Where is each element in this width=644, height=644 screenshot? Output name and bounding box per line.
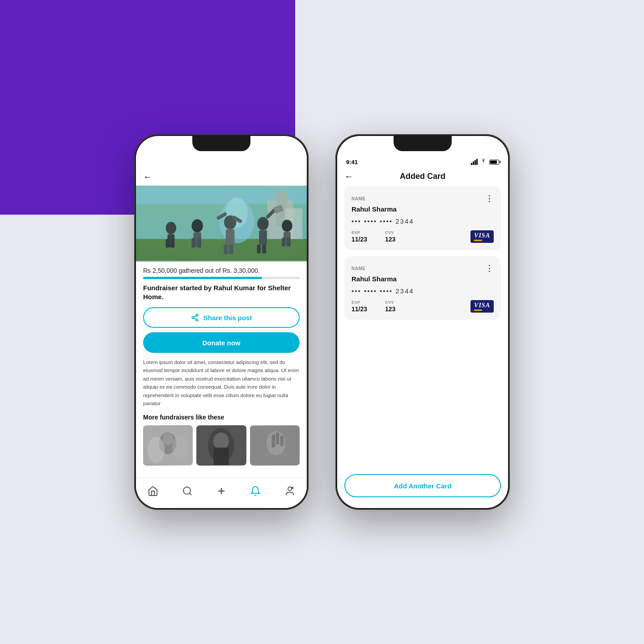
card-2-cvv-label: CVV bbox=[385, 300, 395, 305]
status-icons bbox=[471, 159, 499, 165]
status-bar-1 bbox=[136, 156, 307, 168]
card-item-2: NAME ⋮ Rahul Sharma ••• •••• •••• 2344 E… bbox=[344, 256, 501, 320]
cards-list: NAME ⋮ Rahul Sharma ••• •••• •••• 2344 E… bbox=[337, 186, 508, 320]
card-1-exp-value: 11/23 bbox=[352, 236, 367, 243]
phone-1-screen: ← bbox=[136, 136, 307, 508]
phone2-header: ← Added Card bbox=[337, 168, 508, 186]
svg-point-32 bbox=[196, 314, 198, 317]
bottom-nav bbox=[136, 478, 307, 508]
nav-notifications[interactable] bbox=[250, 486, 261, 496]
nav-home[interactable] bbox=[148, 486, 158, 496]
screen-2-content: 9:41 bbox=[337, 156, 508, 508]
more-fundraisers-title: More fundraisers like these bbox=[143, 414, 300, 421]
wifi-icon bbox=[480, 159, 487, 165]
svg-point-33 bbox=[192, 317, 194, 319]
card-1-number: ••• •••• •••• 2344 bbox=[352, 217, 494, 225]
bell-icon bbox=[250, 486, 261, 496]
phone-2-added-card: 9:41 bbox=[335, 134, 510, 510]
screen-1-content: ← bbox=[136, 156, 307, 508]
card-1-header: NAME ⋮ bbox=[352, 194, 494, 203]
card-2-menu[interactable]: ⋮ bbox=[485, 263, 494, 273]
add-another-card-button[interactable]: Add Another Card bbox=[344, 474, 501, 497]
phone-1-fundraiser: ← bbox=[134, 134, 309, 510]
phone1-header: ← bbox=[136, 168, 307, 186]
share-button[interactable]: Share this post bbox=[143, 307, 300, 328]
card-2-cvv-value: 123 bbox=[385, 305, 395, 313]
svg-line-35 bbox=[194, 318, 196, 319]
notch-2 bbox=[394, 136, 452, 151]
card-1-cvv-label: CVV bbox=[385, 230, 395, 235]
thumb-svg-1 bbox=[143, 425, 193, 466]
thumbnail-1[interactable] bbox=[143, 425, 193, 466]
phone-2-screen: 9:41 bbox=[337, 136, 508, 508]
svg-line-36 bbox=[194, 316, 196, 317]
card-1-cvv-value: 123 bbox=[385, 236, 395, 243]
card-1-name: Rahul Sharma bbox=[352, 205, 494, 213]
card-2-name-label: NAME bbox=[352, 266, 365, 271]
card-2-number: ••• •••• •••• 2344 bbox=[352, 287, 494, 295]
svg-line-53 bbox=[189, 493, 191, 495]
signal-bars bbox=[471, 159, 478, 165]
visa-stripe-1 bbox=[474, 240, 490, 241]
svg-point-41 bbox=[172, 436, 188, 460]
nav-search[interactable] bbox=[182, 486, 193, 496]
thumb-svg-3 bbox=[250, 425, 300, 466]
status-bar-2: 9:41 bbox=[337, 156, 508, 168]
card-1-visa-logo: VISA bbox=[470, 230, 494, 243]
card-2-exp-value: 11/23 bbox=[352, 305, 367, 313]
fundraiser-thumbnails bbox=[143, 425, 300, 466]
visa-stripe-2 bbox=[474, 309, 490, 311]
card-2-cvv-field: CVV 123 bbox=[385, 300, 395, 313]
thumbnail-2[interactable] bbox=[196, 425, 246, 466]
visa-text-1: VISA bbox=[474, 232, 490, 239]
svg-rect-45 bbox=[214, 448, 229, 465]
page-title: Added Card bbox=[400, 172, 445, 181]
card-1-footer: EXP 11/23 CVV 123 VISA bbox=[352, 230, 494, 243]
svg-point-40 bbox=[148, 437, 165, 463]
thumbnail-image-1 bbox=[143, 425, 193, 466]
share-icon bbox=[191, 314, 199, 322]
fundraiser-title: Fundraiser started by Rahul Kumar for Sh… bbox=[143, 284, 300, 301]
notch-1 bbox=[192, 136, 250, 151]
thumbnail-image-2 bbox=[196, 425, 246, 466]
signal-bar-2 bbox=[473, 161, 474, 165]
signal-bar-1 bbox=[471, 163, 472, 165]
card-1-exp-label: EXP bbox=[352, 230, 367, 235]
progress-bar-fill bbox=[143, 277, 262, 279]
visa-text-2: VISA bbox=[474, 302, 490, 309]
card-1-cvv-field: CVV 123 bbox=[385, 230, 395, 243]
card-2-footer: EXP 11/23 CVV 123 VISA bbox=[352, 300, 494, 313]
card-1-name-label: NAME bbox=[352, 196, 365, 201]
card-2-header: NAME ⋮ bbox=[352, 263, 494, 273]
thumb-svg-2 bbox=[196, 425, 246, 466]
share-button-label: Share this post bbox=[203, 314, 252, 322]
back-button-2[interactable]: ← bbox=[344, 171, 353, 182]
search-icon bbox=[182, 486, 193, 496]
svg-rect-51 bbox=[284, 438, 288, 447]
add-card-label: Add Another Card bbox=[394, 482, 452, 490]
card-2-visa-logo: VISA bbox=[470, 300, 494, 313]
progress-bar-bg bbox=[143, 277, 300, 279]
nav-profile[interactable] bbox=[284, 486, 295, 496]
card-2-exp-field: EXP 11/23 bbox=[352, 300, 367, 313]
svg-point-34 bbox=[196, 319, 198, 321]
donate-button-label: Donate now bbox=[203, 339, 241, 347]
card-1-menu[interactable]: ⋮ bbox=[485, 194, 494, 203]
svg-rect-48 bbox=[271, 435, 275, 448]
phones-container: ← bbox=[134, 134, 510, 510]
card-item-1: NAME ⋮ Rahul Sharma ••• •••• •••• 2344 E… bbox=[344, 186, 501, 250]
signal-bar-4 bbox=[476, 159, 478, 165]
wifi-svg bbox=[480, 159, 487, 164]
profile-icon bbox=[284, 486, 295, 496]
fundraiser-content: Rs 2,50,000 gathered out of Rs. 3,30,000… bbox=[136, 262, 307, 471]
nav-add[interactable] bbox=[216, 486, 227, 496]
svg-point-56 bbox=[288, 487, 292, 491]
thumbnail-3[interactable] bbox=[250, 425, 300, 466]
signal-bar-3 bbox=[475, 160, 476, 165]
card-2-exp-label: EXP bbox=[352, 300, 367, 305]
card-2-name: Rahul Sharma bbox=[352, 275, 494, 283]
back-button-1[interactable]: ← bbox=[143, 172, 152, 182]
donate-button[interactable]: Donate now bbox=[143, 332, 300, 353]
amount-text: Rs 2,50,000 gathered out of Rs. 3,30,000… bbox=[143, 267, 300, 274]
status-time: 9:41 bbox=[346, 159, 358, 165]
